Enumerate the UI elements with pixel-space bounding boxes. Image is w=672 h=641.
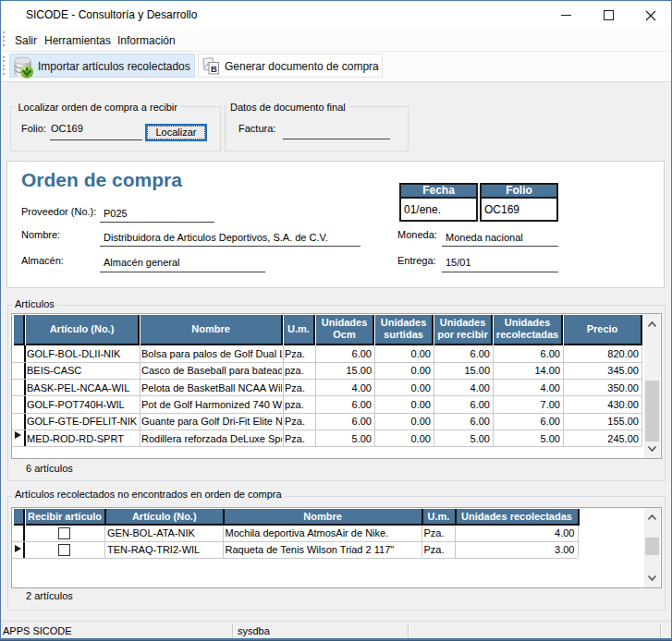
svg-text:B: B [211,64,217,74]
